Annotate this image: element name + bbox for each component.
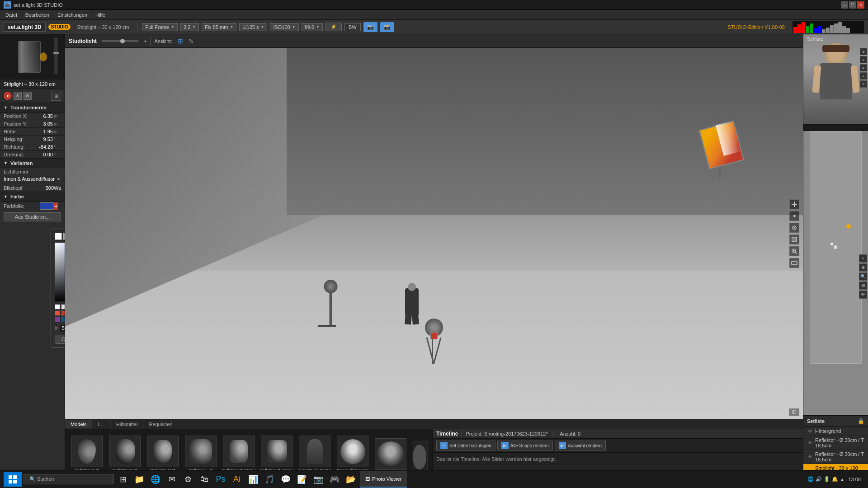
- start-button[interactable]: [4, 472, 22, 487]
- nav-btn-2[interactable]: [789, 211, 799, 221]
- camera-ctrl-5[interactable]: ▼: [860, 80, 867, 88]
- photo-viewer-taskbar-item[interactable]: 🖼 Photo Viewer: [360, 471, 407, 488]
- auswahl-button[interactable]: ▶ Auswahl rendern: [555, 441, 606, 450]
- misc-btn2[interactable]: 🎵: [262, 472, 277, 487]
- menu-datei[interactable]: Datei: [2, 11, 21, 19]
- menu-hilfe[interactable]: Hilfe: [92, 11, 109, 19]
- cp-swatch-white[interactable]: [55, 233, 62, 240]
- photo-btn-1[interactable]: 📷: [363, 22, 377, 32]
- cp-ok-button[interactable]: OK: [55, 335, 65, 344]
- nav-btn-4[interactable]: [789, 235, 799, 244]
- nav-btn-3[interactable]: [789, 223, 799, 233]
- lichtformer-value-row[interactable]: Innen & Aussendiffusor ►: [0, 175, 65, 183]
- photo-btn-2[interactable]: 📸: [380, 22, 394, 32]
- nav-btn-1[interactable]: [789, 199, 799, 209]
- alle-snaps-button[interactable]: ▶ Alle Snaps rendern: [497, 441, 553, 450]
- sep: [462, 429, 462, 438]
- taskbar-search[interactable]: 🔍 Suchen: [24, 474, 114, 484]
- varianten-section-header[interactable]: ▼ Varianten: [0, 159, 65, 168]
- misc-btn1[interactable]: 📊: [246, 472, 260, 487]
- preset-lgray[interactable]: [61, 304, 65, 310]
- pen-icon[interactable]: ✎: [189, 38, 194, 45]
- clock-display[interactable]: 13:08: [848, 477, 861, 482]
- ai-btn[interactable]: Ai: [230, 472, 244, 487]
- tab-l[interactable]: L...: [92, 420, 110, 428]
- setliste-item-0[interactable]: 👁 Hintergrund: [803, 427, 868, 436]
- minimap-ctrl-2[interactable]: ⊕: [859, 263, 867, 272]
- minimap-ctrl-1[interactable]: +: [859, 254, 867, 263]
- viewport-3d[interactable]: ID: [65, 48, 803, 419]
- frame-mode-select[interactable]: Full Frame ▼: [142, 23, 177, 31]
- maximize-button[interactable]: ☐: [849, 1, 856, 9]
- scene-background: ID: [65, 48, 803, 419]
- file-explorer-btn[interactable]: 📁: [132, 472, 146, 487]
- aperture-select[interactable]: f/9.0 ▼: [302, 23, 323, 31]
- misc-btn7[interactable]: 📂: [344, 472, 358, 487]
- svg-rect-12: [13, 480, 17, 483]
- tab-hilfsmittel[interactable]: Hilfsmittel: [111, 420, 144, 428]
- camera-ctrl-1[interactable]: ◆: [860, 48, 867, 55]
- aus-studio-button[interactable]: Aus Studio en...: [4, 212, 61, 221]
- zoom-in-btn[interactable]: [789, 246, 799, 256]
- power-button[interactable]: ●: [4, 92, 12, 100]
- menu-bearbeiten[interactable]: Bearbeiten: [22, 11, 53, 19]
- misc-btn3[interactable]: 💬: [278, 472, 293, 487]
- lock-icon[interactable]: 🔒: [858, 418, 864, 424]
- viewport-nav-controls: [789, 199, 799, 268]
- preset-dred[interactable]: [61, 310, 65, 316]
- misc-btn4[interactable]: 📝: [295, 472, 309, 487]
- misc-btn6[interactable]: 🎮: [327, 472, 342, 487]
- light-intensity-slider[interactable]: [102, 40, 138, 42]
- minimap-ctrl-3[interactable]: 🔍: [859, 272, 867, 281]
- camera-ctrl-2[interactable]: ▲: [860, 56, 867, 63]
- solo-button[interactable]: S: [14, 92, 22, 100]
- preset-navy[interactable]: [61, 317, 65, 322]
- mail-btn[interactable]: ✉: [165, 472, 179, 487]
- store-btn[interactable]: 🛍: [197, 472, 212, 487]
- bw-button[interactable]: BW: [344, 23, 361, 31]
- farbe-section-header[interactable]: ▼ Farbe: [0, 192, 65, 202]
- browser-btn[interactable]: 🌐: [148, 472, 163, 487]
- expand-tray-icon[interactable]: ▲: [840, 477, 845, 482]
- minimap-ctrl-4[interactable]: ⊞: [859, 282, 867, 290]
- ps-btn[interactable]: Ps: [213, 472, 228, 487]
- menu-einstellungen[interactable]: Einstellungen: [54, 11, 91, 19]
- tab-requisiten[interactable]: Requisiten: [143, 420, 178, 428]
- color-gradient-picker[interactable]: [55, 243, 65, 301]
- exclude-button[interactable]: ✕: [24, 92, 32, 100]
- color-dropdown-arrow[interactable]: ◄: [53, 202, 58, 210]
- settings-btn[interactable]: ⚙: [181, 472, 195, 487]
- color-swatch[interactable]: [40, 202, 53, 210]
- expand-button[interactable]: ⊞: [51, 91, 61, 101]
- brightness-slider[interactable]: [54, 38, 57, 74]
- camera-ctrl-3[interactable]: ■: [860, 64, 867, 71]
- ratio-select[interactable]: 3:2 ▼: [180, 23, 199, 31]
- zoom-out-btn[interactable]: [789, 258, 799, 268]
- setliste-item-2[interactable]: 👁 Reflektor - Ø 30cm / T 18,5cm: [803, 450, 868, 464]
- setliste-item-1[interactable]: 👁 Reflektor - Ø 30cm / T 18,5cm: [803, 436, 868, 450]
- set-datei-button[interactable]: + Set Datei hinzufügen: [436, 441, 495, 450]
- grid-view-icon[interactable]: ⊞: [178, 38, 183, 45]
- close-button[interactable]: ✕: [857, 1, 864, 9]
- task-view-btn[interactable]: ⊞: [116, 472, 130, 487]
- network-icon[interactable]: 🌐: [807, 476, 814, 482]
- focal-select[interactable]: Fix 85 mm ▼: [202, 23, 236, 31]
- preset-red[interactable]: [55, 310, 60, 316]
- minimize-button[interactable]: —: [841, 1, 848, 9]
- misc-btn5[interactable]: 📷: [311, 472, 326, 487]
- transform-section-header[interactable]: ▼ Transformieren: [0, 103, 65, 113]
- notification-icon[interactable]: 🔔: [832, 476, 838, 482]
- camera-ctrl-4[interactable]: ●: [860, 72, 867, 80]
- plus-icon[interactable]: +: [144, 38, 146, 44]
- preset-dpurple[interactable]: [55, 317, 60, 322]
- tab-models[interactable]: Models: [65, 420, 92, 428]
- battery-icon[interactable]: 🔋: [824, 476, 830, 482]
- model-item-partial[interactable]: [410, 440, 429, 474]
- iso-select[interactable]: ISO100 ▼: [270, 23, 298, 31]
- flash-sync-btn[interactable]: ⚡: [326, 23, 342, 31]
- shutter-select[interactable]: 1/125 s ▼: [239, 23, 267, 31]
- hex-input[interactable]: [60, 324, 65, 332]
- minimap-ctrl-5[interactable]: 👁: [859, 291, 867, 299]
- preset-white[interactable]: [55, 304, 60, 310]
- sound-icon[interactable]: 🔊: [816, 476, 822, 482]
